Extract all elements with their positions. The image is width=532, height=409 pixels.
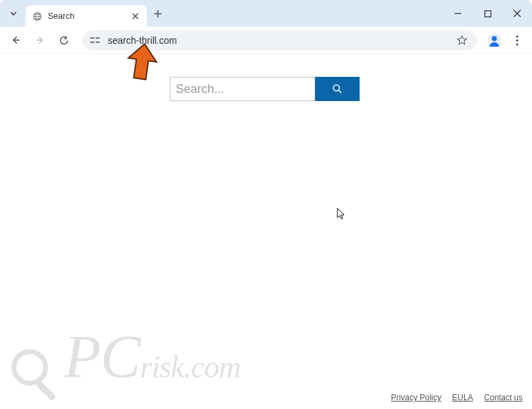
eula-link[interactable]: EULA: [452, 393, 473, 402]
privacy-link[interactable]: Privacy Policy: [391, 393, 442, 402]
browser-tab[interactable]: Search: [26, 5, 147, 27]
search-input[interactable]: [170, 77, 315, 101]
svg-rect-4: [96, 37, 100, 38]
svg-point-10: [516, 39, 518, 41]
titlebar: Search: [0, 0, 532, 27]
svg-point-9: [516, 35, 518, 37]
address-bar[interactable]: search-thrill.com: [82, 30, 477, 51]
contact-link[interactable]: Contact us: [484, 393, 523, 402]
reload-button[interactable]: [54, 30, 74, 51]
minimize-button[interactable]: [443, 3, 473, 24]
watermark-prefix: PC: [64, 323, 140, 390]
watermark-suffix: risk.com: [140, 350, 240, 384]
tab-title: Search: [48, 11, 125, 21]
svg-point-13: [14, 352, 46, 383]
svg-point-11: [516, 43, 518, 45]
profile-button[interactable]: [485, 31, 504, 50]
back-button[interactable]: [5, 30, 26, 51]
svg-rect-3: [90, 37, 94, 38]
close-tab-button[interactable]: [131, 11, 140, 21]
search-form: [170, 77, 532, 101]
svg-rect-5: [90, 41, 94, 42]
window-controls: [443, 0, 532, 27]
new-tab-button[interactable]: [147, 5, 169, 22]
search-icon: [331, 83, 343, 95]
magnifier-icon: [7, 344, 67, 405]
svg-point-12: [333, 85, 339, 91]
svg-rect-14: [35, 379, 57, 401]
svg-point-8: [492, 36, 496, 40]
footer-links: Privacy Policy EULA Contact us: [391, 393, 523, 402]
forward-button[interactable]: [30, 30, 50, 51]
maximize-button[interactable]: [473, 3, 502, 24]
page-viewport: Privacy Policy EULA Contact us PCrisk.co…: [0, 54, 532, 409]
globe-icon: [32, 11, 42, 22]
tab-search-dropdown[interactable]: [4, 5, 23, 22]
bookmark-button[interactable]: [455, 34, 469, 47]
search-button[interactable]: [315, 77, 360, 101]
window-close-button[interactable]: [502, 3, 532, 24]
url-text: search-thrill.com: [108, 35, 448, 46]
toolbar: search-thrill.com: [0, 27, 532, 54]
svg-rect-2: [485, 11, 491, 17]
kebab-menu-button[interactable]: [508, 31, 527, 50]
site-settings-icon[interactable]: [90, 36, 101, 45]
svg-rect-6: [96, 41, 100, 42]
watermark: PCrisk.com: [7, 322, 240, 405]
